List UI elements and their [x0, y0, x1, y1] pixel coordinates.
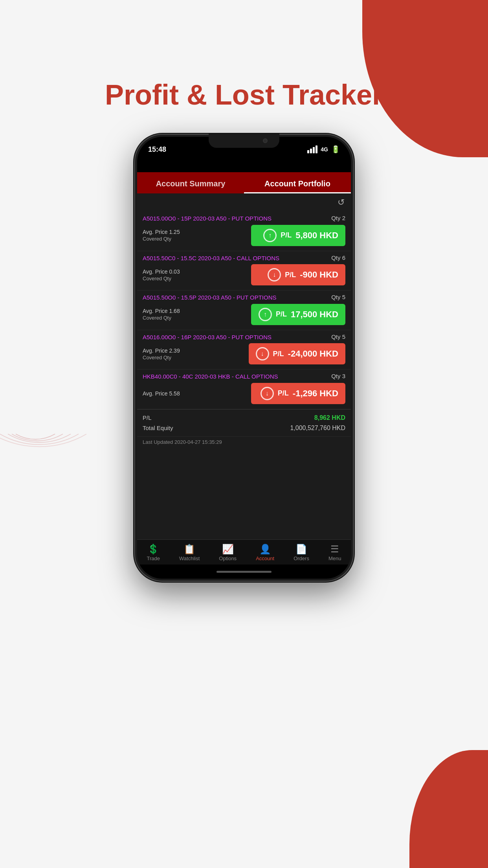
bottom-nav: 💲 Trade 📋 Watchlist 📈 Options 👤 Account …: [137, 539, 351, 565]
footer-equity-row: Total Equity 1,000,527,760 HKD: [143, 423, 345, 433]
phone-screen: 15:48 4G 🔋 Account Summary Account: [137, 137, 351, 579]
item-3-qty: Qty 5: [331, 294, 345, 300]
nav-options-label: Options: [219, 555, 237, 561]
item-1-details: Avg. Price 1.25 Covered Qty ↑ P/L 5,800 …: [143, 225, 345, 246]
item-3-pl-value: 17,500 HKD: [291, 309, 338, 320]
signal-bar-3: [313, 147, 315, 153]
item-2-pl-icon: ↓: [268, 268, 281, 281]
item-3-covered-qty: Covered Qty: [143, 315, 180, 321]
nav-watchlist-label: Watchlist: [179, 555, 200, 561]
home-bar: [216, 571, 272, 573]
item-2-left: Avg. Price 0.03 Covered Qty: [143, 268, 180, 281]
item-5-pl-badge: ↓ P/L -1,296 HKD: [251, 383, 345, 404]
signal-bar-4: [316, 145, 317, 153]
item-3-header: A5015.50O0 - 15.5P 2020-03 A50 - PUT OPT…: [143, 294, 345, 302]
item-4-avg-price: Avg. Price 2.39: [143, 348, 180, 354]
portfolio-item-2: A5015.50C0 - 15.5C 2020-03 A50 - CALL OP…: [137, 251, 351, 291]
item-4-pl-badge: ↓ P/L -24,000 HKD: [249, 343, 345, 364]
status-time: 15:48: [148, 145, 166, 154]
item-4-details: Avg. Price 2.39 Covered Qty ↓ P/L -24,00…: [143, 343, 345, 364]
item-1-pl-badge: ↑ P/L 5,800 HKD: [251, 225, 345, 246]
signal-bar-1: [307, 150, 309, 153]
trade-icon: 💲: [147, 544, 159, 554]
nav-watchlist[interactable]: 📋 Watchlist: [175, 544, 204, 561]
item-2-details: Avg. Price 0.03 Covered Qty ↓ P/L -900 H…: [143, 264, 345, 285]
tabs-row[interactable]: Account Summary Account Portfolio: [137, 172, 351, 193]
portfolio-list: A5015.00O0 - 15P 2020-03 A50 - PUT OPTIO…: [137, 211, 351, 409]
tab-account-portfolio[interactable]: Account Portfolio: [244, 172, 351, 193]
status-right-group: 4G 🔋: [307, 145, 340, 154]
item-4-qty: Qty 5: [331, 333, 345, 340]
item-3-name: A5015.50O0 - 15.5P 2020-03 A50 - PUT OPT…: [143, 294, 327, 302]
item-3-avg-price: Avg. Price 1.68: [143, 308, 180, 314]
item-5-left: Avg. Price 5.58: [143, 390, 180, 397]
nav-menu-label: Menu: [328, 555, 341, 561]
item-3-details: Avg. Price 1.68 Covered Qty ↑ P/L 17,500…: [143, 304, 345, 325]
phone-mockup: 15:48 4G 🔋 Account Summary Account: [134, 134, 354, 582]
nav-orders-label: Orders: [294, 555, 309, 561]
nav-options[interactable]: 📈 Options: [215, 544, 240, 561]
item-2-qty: Qty 6: [331, 254, 345, 261]
item-4-pl-label: P/L: [273, 350, 284, 358]
item-2-avg-price: Avg. Price 0.03: [143, 268, 180, 275]
content-area: ↺ A5015.00O0 - 15P 2020-03 A50 - PUT OPT…: [137, 193, 351, 539]
item-1-qty: Qty 2: [331, 215, 345, 221]
item-2-pl-badge: ↓ P/L -900 HKD: [251, 264, 345, 285]
item-3-pl-badge: ↑ P/L 17,500 HKD: [251, 304, 345, 325]
footer-pl-label: P/L: [143, 414, 152, 421]
item-4-pl-icon: ↓: [256, 347, 269, 360]
item-1-name: A5015.00O0 - 15P 2020-03 A50 - PUT OPTIO…: [143, 215, 327, 223]
nav-orders[interactable]: 📄 Orders: [290, 544, 313, 561]
bg-arcs-decoration: [0, 316, 86, 552]
item-2-covered-qty: Covered Qty: [143, 276, 180, 281]
portfolio-item-5: HKB40.00C0 - 40C 2020-03 HKB - CALL OPTI…: [137, 370, 351, 409]
header-logo-area: [137, 156, 351, 172]
nav-trade[interactable]: 💲 Trade: [143, 544, 164, 561]
item-5-pl-icon: ↓: [261, 387, 274, 400]
refresh-button[interactable]: ↺: [338, 197, 345, 208]
item-3-pl-label: P/L: [276, 310, 287, 318]
item-4-left: Avg. Price 2.39 Covered Qty: [143, 348, 180, 360]
footer-pl-value: 8,962 HKD: [314, 414, 345, 421]
item-2-pl-value: -900 HKD: [300, 270, 338, 280]
item-1-covered-qty: Covered Qty: [143, 236, 180, 242]
item-3-left: Avg. Price 1.68 Covered Qty: [143, 308, 180, 321]
orders-icon: 📄: [295, 544, 307, 554]
footer-equity-label: Total Equity: [143, 425, 173, 431]
portfolio-item-3: A5015.50O0 - 15.5P 2020-03 A50 - PUT OPT…: [137, 291, 351, 330]
item-2-pl-label: P/L: [285, 271, 296, 279]
item-4-name: A5016.00O0 - 16P 2020-03 A50 - PUT OPTIO…: [143, 333, 327, 341]
item-1-left: Avg. Price 1.25 Covered Qty: [143, 229, 180, 242]
item-4-header: A5016.00O0 - 16P 2020-03 A50 - PUT OPTIO…: [143, 333, 345, 341]
item-1-pl-value: 5,800 HKD: [295, 230, 338, 241]
item-5-pl-label: P/L: [278, 389, 289, 397]
tab-account-summary[interactable]: Account Summary: [137, 172, 244, 193]
item-5-name: HKB40.00C0 - 40C 2020-03 HKB - CALL OPTI…: [143, 373, 327, 381]
summary-footer: P/L 8,962 HKD Total Equity 1,000,527,760…: [137, 409, 351, 436]
nav-account[interactable]: 👤 Account: [252, 544, 278, 561]
watchlist-icon: 📋: [183, 544, 195, 554]
item-1-pl-icon: ↑: [263, 229, 277, 242]
nav-account-label: Account: [256, 555, 274, 561]
menu-icon: ☰: [330, 544, 339, 554]
footer-equity-value: 1,000,527,760 HKD: [290, 425, 345, 432]
phone-outer-shell: 15:48 4G 🔋 Account Summary Account: [134, 134, 354, 582]
page-title: Profit & Lost Tracker: [0, 79, 488, 111]
signal-bars: [307, 145, 317, 153]
item-5-header: HKB40.00C0 - 40C 2020-03 HKB - CALL OPTI…: [143, 373, 345, 381]
network-type: 4G: [321, 146, 328, 153]
nav-menu[interactable]: ☰ Menu: [325, 544, 345, 561]
item-5-pl-value: -1,296 HKD: [293, 388, 338, 399]
portfolio-item-4: A5016.00O0 - 16P 2020-03 A50 - PUT OPTIO…: [137, 330, 351, 370]
item-1-pl-label: P/L: [281, 231, 292, 239]
battery-icon: 🔋: [331, 145, 340, 154]
home-indicator: [137, 565, 351, 579]
item-1-header: A5015.00O0 - 15P 2020-03 A50 - PUT OPTIO…: [143, 215, 345, 223]
item-5-details: Avg. Price 5.58 ↓ P/L -1,296 HKD: [143, 383, 345, 404]
item-1-avg-price: Avg. Price 1.25: [143, 229, 180, 235]
footer-pl-row: P/L 8,962 HKD: [143, 413, 345, 423]
item-2-name: A5015.50C0 - 15.5C 2020-03 A50 - CALL OP…: [143, 254, 327, 262]
bg-decoration-bottom-right: [409, 750, 488, 868]
signal-bar-2: [310, 149, 312, 153]
account-icon: 👤: [259, 544, 271, 554]
